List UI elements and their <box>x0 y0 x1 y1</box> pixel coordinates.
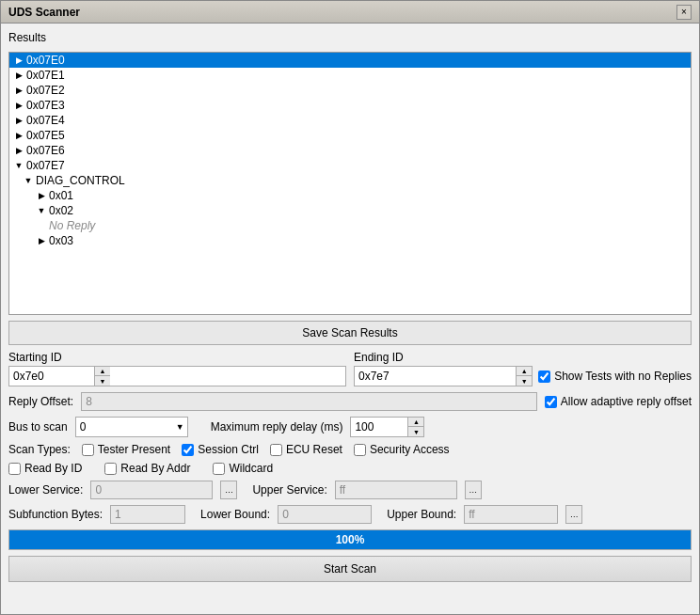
tree-item[interactable]: ▶0x03 <box>9 233 691 248</box>
reply-offset-input[interactable] <box>81 392 537 411</box>
progress-bar: 100% <box>8 529 692 550</box>
title-bar: UDS Scanner × <box>1 1 699 24</box>
tree-item-label: 0x07E6 <box>26 144 65 157</box>
bus-scan-row: Bus to scan 0 ▼ Maximum reply delay (ms)… <box>8 417 692 437</box>
max-reply-delay-input[interactable] <box>351 418 407 436</box>
tree-item-label: 0x07E2 <box>26 84 65 97</box>
tree-arrow-icon: ▶ <box>13 131 24 140</box>
wildcard-label: Wildcard <box>229 462 273 475</box>
tree-item-label: 0x01 <box>49 189 73 202</box>
max-reply-delay-label: Maximum reply delay (ms) <box>211 420 343 434</box>
scan-types-label: Scan Types: <box>8 443 71 456</box>
subfunction-bytes-input[interactable] <box>110 505 185 524</box>
starting-id-down[interactable]: ▼ <box>95 376 110 386</box>
tree-arrow-icon: ▼ <box>23 176 34 185</box>
close-button[interactable]: × <box>676 5 692 20</box>
save-scan-results-button[interactable]: Save Scan Results <box>8 321 692 345</box>
read-options-row: Read By ID Read By Addr Wildcard <box>8 462 692 475</box>
tree-item-label: 0x03 <box>49 234 73 247</box>
tree-item[interactable]: ▶0x07E1 <box>9 68 691 83</box>
lower-service-input[interactable] <box>90 481 213 499</box>
ecu-reset-row: ECU Reset <box>270 443 342 456</box>
ending-id-col: Ending ID ▲ ▼ Show Tests with no Replies <box>354 351 692 386</box>
security-access-row: Security Access <box>354 443 450 456</box>
show-no-replies-checkbox[interactable] <box>538 371 550 383</box>
no-reply-label: No Reply <box>49 219 95 232</box>
starting-id-spinners: ▲ ▼ <box>94 367 110 386</box>
upper-bound-label: Upper Bound: <box>387 508 456 521</box>
session-ctrl-label: Session Ctrl <box>198 443 259 456</box>
results-tree[interactable]: ▶0x07E0▶0x07E1▶0x07E2▶0x07E3▶0x07E4▶0x07… <box>8 52 692 315</box>
window-title: UDS Scanner <box>8 6 80 19</box>
tester-present-checkbox[interactable] <box>82 444 94 456</box>
tree-item-label: 0x07E3 <box>26 99 65 112</box>
tree-arrow-icon: ▼ <box>36 206 47 215</box>
ending-id-down[interactable]: ▼ <box>517 376 532 386</box>
lower-service-btn[interactable]: … <box>220 481 237 499</box>
max-reply-delay-spinners: ▲ ▼ <box>407 418 423 436</box>
starting-id-col: Starting ID ▲ ▼ <box>8 351 346 386</box>
start-scan-button[interactable]: Start Scan <box>8 556 692 582</box>
ending-id-input[interactable] <box>355 367 516 386</box>
upper-bound-input[interactable] <box>464 505 558 524</box>
tree-item[interactable]: ▶0x07E0 <box>9 53 691 68</box>
tree-item[interactable]: ▼0x07E7 <box>9 158 691 173</box>
tree-item[interactable]: ▼0x02 <box>9 203 691 218</box>
read-by-addr-row: Read By Addr <box>104 462 190 475</box>
tree-arrow-icon: ▶ <box>13 146 24 155</box>
tree-item-label: 0x07E0 <box>26 54 65 67</box>
tester-present-row: Tester Present <box>82 443 170 456</box>
ending-id-up[interactable]: ▲ <box>517 367 532 376</box>
progress-bar-text: 100% <box>336 533 365 546</box>
allow-adaptive-checkbox[interactable] <box>545 396 557 408</box>
tree-item[interactable]: ▶0x07E4 <box>9 113 691 128</box>
read-by-addr-label: Read By Addr <box>120 462 190 475</box>
starting-id-up[interactable]: ▲ <box>95 367 110 376</box>
tree-item[interactable]: ▼DIAG_CONTROL <box>9 173 691 188</box>
tree-item[interactable]: ▶0x07E3 <box>9 98 691 113</box>
tree-arrow-icon: ▶ <box>13 116 24 125</box>
upper-service-btn[interactable]: … <box>465 481 482 499</box>
tree-arrow-icon: ▶ <box>36 191 47 200</box>
tree-item-label: 0x07E5 <box>26 129 65 142</box>
ending-id-input-wrap: ▲ ▼ <box>354 366 533 386</box>
max-reply-delay-up[interactable]: ▲ <box>408 418 423 427</box>
content-area: Results ▶0x07E0▶0x07E1▶0x07E2▶0x07E3▶0x0… <box>1 24 699 614</box>
starting-id-input[interactable] <box>9 367 94 386</box>
tree-item[interactable]: No Reply <box>9 218 691 233</box>
tree-item-label: 0x07E7 <box>26 159 65 172</box>
max-reply-delay-wrap: ▲ ▼ <box>350 417 424 437</box>
upper-service-input[interactable] <box>335 481 457 499</box>
subfunction-bytes-label: Subfunction Bytes: <box>8 508 103 521</box>
ecu-reset-checkbox[interactable] <box>270 444 282 456</box>
lower-service-label: Lower Service: <box>8 483 83 497</box>
lower-bound-input[interactable] <box>278 505 372 524</box>
upper-bound-btn[interactable]: … <box>565 505 582 524</box>
tree-item-label: DIAG_CONTROL <box>36 174 125 187</box>
service-bounds-row: Lower Service: … Upper Service: … <box>8 481 692 499</box>
tree-item[interactable]: ▶0x07E2 <box>9 83 691 98</box>
read-by-id-checkbox[interactable] <box>8 463 21 475</box>
allow-adaptive-label: Allow adaptive reply offset <box>561 395 692 408</box>
starting-id-input-wrap: ▲ ▼ <box>8 366 346 386</box>
wildcard-row: Wildcard <box>213 462 273 475</box>
max-reply-delay-down[interactable]: ▼ <box>408 427 423 436</box>
ending-id-spinners: ▲ ▼ <box>516 367 532 386</box>
id-fields-row: Starting ID ▲ ▼ Ending ID ▲ ▼ <box>8 351 692 386</box>
security-access-checkbox[interactable] <box>354 444 366 456</box>
reply-offset-label: Reply Offset: <box>8 395 73 408</box>
tree-item[interactable]: ▶0x01 <box>9 188 691 203</box>
wildcard-checkbox[interactable] <box>213 463 225 475</box>
ending-id-label: Ending ID <box>354 351 692 364</box>
tree-arrow-icon: ▶ <box>36 236 47 245</box>
bus-to-scan-select[interactable]: 0 <box>75 417 188 437</box>
tree-arrow-icon: ▶ <box>13 71 24 80</box>
reply-offset-row: Reply Offset: Allow adaptive reply offse… <box>8 392 692 411</box>
tree-item[interactable]: ▶0x07E6 <box>9 143 691 158</box>
tree-item[interactable]: ▶0x07E5 <box>9 128 691 143</box>
read-by-addr-checkbox[interactable] <box>104 463 117 475</box>
tree-arrow-icon: ▶ <box>13 55 24 65</box>
upper-service-label: Upper Service: <box>252 483 326 497</box>
ending-id-row: ▲ ▼ Show Tests with no Replies <box>354 366 692 386</box>
session-ctrl-checkbox[interactable] <box>182 444 194 456</box>
